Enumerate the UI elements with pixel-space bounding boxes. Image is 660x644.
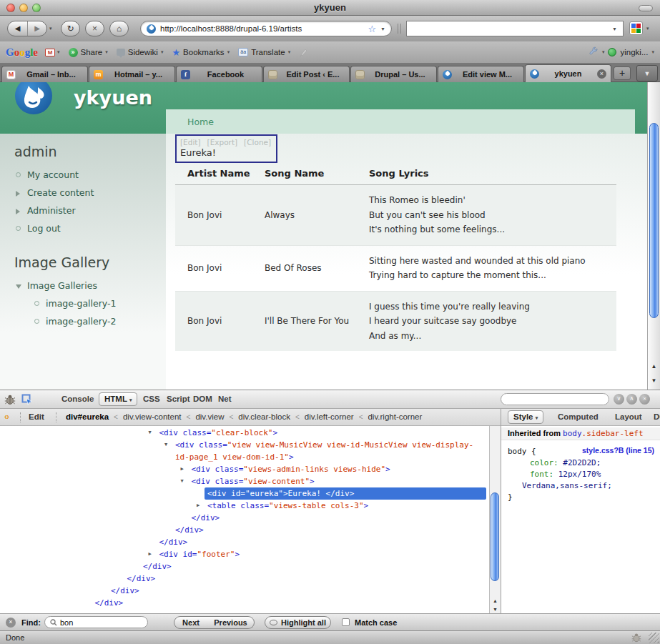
close-findbar-icon[interactable]: × (6, 618, 16, 628)
side-tab-dom[interactable]: DOM (654, 412, 660, 421)
page-scrollbar[interactable]: ▲ ▼ (647, 82, 660, 390)
artist-name-header[interactable]: Artist Name (175, 168, 265, 185)
bookmarks-item-label[interactable]: Bookmarks (183, 48, 225, 56)
html-tree-node[interactable]: ▶<table class="views-table cols-3"> (0, 500, 489, 512)
dom-breadcrumb[interactable]: div#eureka (66, 412, 109, 421)
view-admin-link[interactable]: [Edit] (180, 138, 201, 147)
url-bar[interactable]: http://localhost:8888/drupal-6.19/artist… (140, 21, 392, 36)
firebug-tab-script[interactable]: Script (167, 395, 190, 403)
bookmarks-toolbar-item[interactable]: »Share▾ (69, 48, 108, 57)
browser-tab[interactable]: fFacebook (176, 66, 262, 82)
html-tree-node[interactable]: ▶<div id="footer"> (0, 548, 489, 560)
find-previous-button[interactable]: Previous (207, 616, 255, 629)
sidebar-item[interactable]: Administer (14, 205, 166, 217)
side-tab-layout[interactable]: Layout (615, 412, 642, 421)
html-tree-node[interactable]: ▶<div class="views-admin-links views-hid… (0, 463, 489, 475)
stop-button[interactable]: × (85, 21, 104, 36)
html-tree-node[interactable]: ▼<div class="view-content"> (0, 475, 489, 487)
edit-source-icon[interactable]: ‹› (4, 412, 9, 422)
sidebar-item-label[interactable]: image-gallery-1 (46, 298, 116, 309)
account-label[interactable]: yingki... (620, 48, 648, 56)
account-dropdown-icon[interactable]: ▾ (651, 49, 654, 55)
firebug-bug-icon[interactable] (4, 394, 16, 408)
search-history-dropdown-icon[interactable]: ▼ (612, 26, 617, 31)
sidebar-item[interactable]: image-gallery-1 (33, 298, 166, 309)
scroll-up-icon[interactable]: ▲ (648, 360, 660, 374)
twisty-expanded-icon[interactable]: ▼ (149, 427, 152, 439)
url-text[interactable]: http://localhost:8888/drupal-6.19/artist… (160, 24, 363, 33)
edit-button[interactable]: Edit (29, 412, 44, 421)
style-options-dropdown-icon[interactable]: ▾ (536, 415, 538, 420)
css-property[interactable]: font: 12px/170% (501, 469, 660, 480)
html-tree-node[interactable]: </div> (0, 536, 489, 548)
firebug-status-icon[interactable] (631, 633, 641, 644)
sidebar-item-label[interactable]: Log out (27, 223, 61, 234)
reload-button[interactable]: ↻ (61, 21, 80, 36)
match-case-checkbox[interactable] (342, 618, 350, 626)
gmail-icon[interactable]: M (45, 49, 55, 56)
bookmarks-item-label[interactable]: Share (81, 48, 103, 56)
browser-tab[interactable]: mHotmail – y... (89, 66, 175, 82)
item-dropdown-icon[interactable]: ▾ (288, 49, 291, 55)
sidebar-item-label[interactable]: My account (27, 169, 79, 180)
firebug-tab-console[interactable]: Console (61, 395, 94, 403)
settings-dropdown-icon[interactable]: ▾ (602, 49, 605, 55)
html-tree-node-selected[interactable]: <div id="eureka">Eureka! </div> (205, 487, 486, 500)
inspect-element-icon[interactable] (21, 394, 33, 408)
sidebar-item[interactable]: Image Galleries (14, 280, 166, 292)
dom-breadcrumb[interactable]: div.clear-block (238, 412, 290, 421)
google-search-button[interactable] (629, 21, 643, 35)
web-search-input[interactable]: ▼ (406, 21, 624, 36)
twisty-collapsed-icon[interactable]: ▶ (197, 500, 200, 512)
dom-breadcrumb[interactable]: div.left-corner (305, 412, 354, 421)
sidebar-item-label[interactable]: Image Galleries (27, 280, 97, 291)
html-tree-node[interactable]: </div> (0, 524, 489, 536)
html-tree-node[interactable]: ▼<div class="clear-block"> (0, 427, 489, 439)
toolbar-toggle-button[interactable] (639, 5, 653, 11)
scroll-down-icon[interactable]: ▼ (648, 374, 660, 388)
panel-divider[interactable] (501, 409, 501, 614)
browser-tab-active[interactable]: ykyuen× (525, 64, 611, 82)
wrench-settings-icon[interactable] (588, 46, 599, 58)
firebug-tab-net[interactable]: Net (218, 395, 232, 403)
find-next-button[interactable]: Next (174, 616, 208, 629)
firebug-scrollbar[interactable]: ▲ ▼ (489, 426, 501, 614)
scrollbar-thumb[interactable] (649, 123, 659, 318)
bookmarks-toolbar-item[interactable]: ★Bookmarks▾ (172, 48, 230, 57)
html-tree-node[interactable]: id-page_1 view-dom-id-1"> (0, 451, 489, 463)
html-tree-node[interactable]: </div> (0, 512, 489, 524)
item-dropdown-icon[interactable]: ▾ (227, 49, 230, 55)
url-dropdown-icon[interactable]: ▼ (380, 26, 385, 31)
view-admin-link[interactable]: [Clone] (244, 138, 271, 147)
firebug-scroll-up-icon[interactable]: ▲ (490, 597, 501, 605)
css-value-wrap[interactable]: Verdana,sans-serif; (501, 480, 660, 492)
new-tab-button[interactable]: + (614, 66, 631, 80)
inherited-class-link[interactable]: .sidebar-left (582, 429, 644, 438)
google-toolbar-logo[interactable]: Google (6, 46, 38, 59)
browser-tab[interactable]: Drupal – Us... (350, 66, 437, 82)
firebug-tab-css[interactable]: CSS (143, 395, 160, 403)
html-tree-node[interactable]: </div> (0, 573, 489, 585)
firebug-tab-html[interactable]: HTML ▾ (99, 392, 137, 406)
browser-tab[interactable]: Edit Post ‹ E... (263, 66, 350, 82)
css-property[interactable]: color: #2D2D2D; (501, 457, 660, 469)
toolbar-splitter-handle[interactable] (398, 24, 401, 34)
match-case-label[interactable]: Match case (355, 618, 397, 627)
find-input[interactable] (60, 618, 132, 627)
dom-breadcrumb[interactable]: div.right-corner (368, 412, 422, 421)
bookmarks-toolbar-item[interactable]: Sidewiki▾ (117, 48, 164, 56)
view-admin-link[interactable]: [Export] (207, 138, 238, 147)
search-next-icon[interactable]: ∨ (614, 394, 624, 405)
firebug-tab-dom[interactable]: DOM (193, 395, 212, 403)
forward-button[interactable]: ▶ (27, 21, 46, 36)
browser-tab[interactable]: Edit view M... (438, 66, 524, 82)
item-dropdown-icon[interactable]: ▾ (161, 49, 164, 55)
home-button[interactable]: ⌂ (109, 21, 129, 36)
side-tab-style[interactable]: Style ▾ (508, 410, 543, 424)
dom-breadcrumb[interactable]: div.view (195, 412, 224, 421)
sidebar-item[interactable]: Create content (14, 187, 166, 199)
browser-tab[interactable]: MGmail – Inb... (1, 66, 88, 82)
html-tree-node[interactable]: ▼<div class="view view-MusicView view-id… (0, 439, 489, 451)
html-tree-node[interactable]: </div> (0, 585, 489, 597)
back-button[interactable]: ◀ (8, 21, 27, 36)
